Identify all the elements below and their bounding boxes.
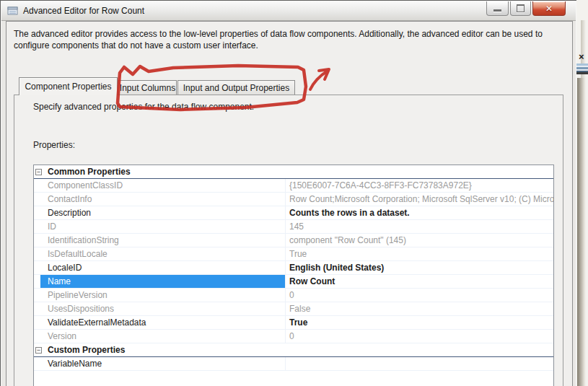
collapse-icon[interactable]: −: [35, 347, 42, 354]
property-value[interactable]: True: [285, 247, 553, 260]
collapse-icon[interactable]: −: [35, 169, 42, 175]
tab-input-and-output-properties[interactable]: Input and Output Properties: [177, 80, 295, 95]
row-gutter: [34, 247, 40, 260]
property-row[interactable]: ValidateExternalMetadataTrue: [34, 316, 553, 330]
row-gutter: [34, 179, 40, 192]
row-gutter: [34, 275, 40, 288]
minimize-icon: [493, 9, 501, 12]
row-gutter: [34, 193, 40, 206]
tab-label: Input and Output Properties: [183, 83, 289, 93]
property-row[interactable]: PipelineVersion0: [34, 289, 553, 302]
title-bar[interactable]: Advanced Editor for Row Count ✕: [1, 1, 576, 21]
window-title: Advanced Editor for Row Count: [23, 6, 144, 16]
property-row[interactable]: Version0: [34, 330, 553, 343]
category-label: Common Properties: [48, 167, 131, 177]
row-gutter: [34, 220, 40, 233]
tab-input-columns[interactable]: Input Columns: [118, 80, 177, 95]
minimize-button[interactable]: [486, 1, 509, 16]
property-row[interactable]: ContactInfoRow Count;Microsoft Corporati…: [34, 193, 553, 206]
property-row[interactable]: VariableName: [34, 357, 553, 371]
property-name[interactable]: Version: [40, 330, 285, 343]
property-row[interactable]: LocaleIDEnglish (United States): [34, 261, 553, 275]
property-value[interactable]: component "Row Count" (145): [285, 234, 553, 247]
property-name[interactable]: IsDefaultLocale: [40, 247, 285, 260]
property-value[interactable]: 0: [285, 330, 553, 343]
property-name[interactable]: Name: [40, 275, 285, 288]
row-gutter: [34, 234, 40, 247]
row-gutter: [34, 316, 40, 329]
property-value[interactable]: 145: [285, 220, 553, 233]
property-name[interactable]: Description: [40, 206, 285, 219]
property-row[interactable]: UsesDispositionsFalse: [34, 302, 553, 316]
property-row[interactable]: ComponentClassID{150E6007-7C6A-4CC3-8FF3…: [34, 179, 553, 193]
row-gutter: [34, 357, 40, 370]
property-value[interactable]: Counts the rows in a dataset.: [285, 206, 553, 219]
row-gutter: [34, 330, 40, 343]
tab-component-properties[interactable]: Component Properties: [19, 77, 118, 95]
window-icon: [7, 5, 19, 17]
property-grid[interactable]: −Common PropertiesComponentClassID{150E6…: [33, 165, 554, 386]
category-row[interactable]: −Common Properties: [34, 165, 553, 179]
properties-label: Properties:: [33, 140, 75, 150]
maximize-icon: [517, 4, 525, 12]
property-value[interactable]: English (United States): [285, 261, 553, 274]
property-name[interactable]: IdentificationString: [40, 234, 285, 247]
property-name[interactable]: ValidateExternalMetadata: [40, 316, 285, 329]
property-name[interactable]: UsesDispositions: [40, 302, 285, 315]
row-gutter: [34, 289, 40, 302]
property-value[interactable]: [285, 357, 553, 370]
window-drop-shadow: [577, 78, 586, 386]
row-gutter: [34, 261, 40, 274]
row-gutter: [34, 206, 40, 219]
background-close-icon: ×: [579, 51, 584, 62]
category-row[interactable]: −Custom Properties: [34, 343, 553, 357]
property-row[interactable]: ID145: [34, 220, 553, 234]
row-gutter: [34, 302, 40, 315]
caption-buttons: ✕: [486, 1, 566, 16]
property-row[interactable]: IdentificationStringcomponent "Row Count…: [34, 234, 553, 247]
property-value[interactable]: True: [285, 316, 553, 329]
dialog-description: The advanced editor provides access to t…: [14, 28, 556, 51]
tab-label: Input Columns: [120, 83, 175, 93]
property-name[interactable]: VariableName: [40, 357, 285, 370]
dialog-client-area: The advanced editor provides access to t…: [6, 21, 573, 386]
close-button[interactable]: ✕: [532, 1, 566, 16]
property-name[interactable]: PipelineVersion: [40, 289, 285, 302]
close-icon: ✕: [545, 4, 553, 14]
property-value[interactable]: {150E6007-7C6A-4CC3-8FF3-FC73783A972E}: [285, 179, 553, 192]
advanced-editor-dialog: Advanced Editor for Row Count ✕ The adva…: [0, 0, 577, 386]
property-name[interactable]: LocaleID: [40, 261, 285, 274]
background-toolbar-lines: [576, 63, 588, 74]
maximize-button[interactable]: [510, 1, 531, 16]
component-properties-tab-page: Specify advanced properties for the data…: [14, 95, 563, 386]
property-value[interactable]: Row Count: [285, 275, 553, 288]
category-label: Custom Properties: [48, 345, 125, 355]
background-window-strip: ×: [576, 0, 588, 386]
property-row[interactable]: NameRow Count: [34, 275, 553, 289]
property-name[interactable]: ContactInfo: [40, 193, 285, 206]
property-name[interactable]: ComponentClassID: [40, 179, 285, 192]
property-row[interactable]: DescriptionCounts the rows in a dataset.: [34, 206, 553, 220]
property-value[interactable]: Row Count;Microsoft Corporation; Microso…: [285, 193, 553, 206]
property-row[interactable]: IsDefaultLocaleTrue: [34, 247, 553, 261]
tab-page-instruction: Specify advanced properties for the data…: [33, 102, 254, 112]
property-name[interactable]: ID: [40, 220, 285, 233]
property-value[interactable]: 0: [285, 289, 553, 302]
tab-label: Component Properties: [25, 82, 111, 92]
property-value[interactable]: False: [285, 302, 553, 315]
